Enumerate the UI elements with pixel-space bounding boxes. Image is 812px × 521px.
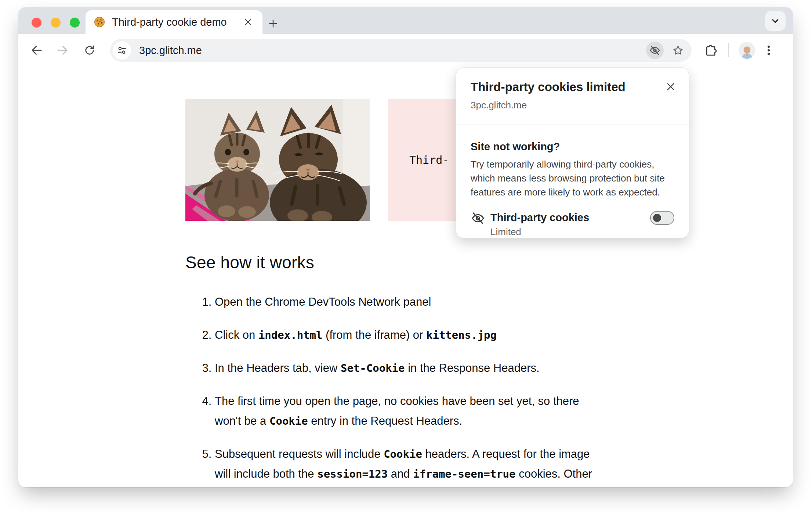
list-item: In the Headers tab, view Set-Cookie in t… xyxy=(215,358,597,378)
third-party-cookies-popup: Third-party cookies limited 3pc.glitch.m… xyxy=(456,67,689,238)
avatar-image xyxy=(739,42,755,59)
toolbar: 3pc.glitch.me xyxy=(18,34,793,67)
back-arrow-icon xyxy=(30,44,43,57)
tab-search-button[interactable] xyxy=(765,11,786,31)
page-title: See how it works xyxy=(185,252,793,272)
third-party-cookies-toggle[interactable] xyxy=(650,211,674,225)
back-button[interactable] xyxy=(29,43,44,58)
tab-title: Third-party cookie demo xyxy=(112,16,242,28)
chrome-menu-button[interactable] xyxy=(761,43,776,58)
star-icon xyxy=(672,44,684,56)
url-text[interactable]: 3pc.glitch.me xyxy=(139,44,646,57)
howto-list: Open the Chrome DevTools Network panelCl… xyxy=(185,292,597,487)
list-text: Subsequent requests will include xyxy=(215,448,384,460)
toggle-knob xyxy=(653,214,661,222)
chevron-down-icon xyxy=(770,15,781,26)
close-window-button[interactable] xyxy=(32,18,41,28)
list-item: The first time you open the page, no coo… xyxy=(215,391,597,431)
list-item: Subsequent requests will include Cookie … xyxy=(215,444,597,487)
setting-status: Limited xyxy=(490,226,589,238)
reload-icon xyxy=(83,44,96,57)
kittens-image xyxy=(185,99,370,221)
inline-code: iframe-seen=true xyxy=(413,468,515,480)
bookmark-button[interactable] xyxy=(670,43,686,58)
popup-section: Site not working? Try temporarily allowi… xyxy=(456,125,689,199)
popup-close-button[interactable] xyxy=(663,79,679,95)
forward-arrow-icon xyxy=(56,44,69,57)
list-text: and xyxy=(388,467,413,480)
list-item: Click on index.html (from the iframe) or… xyxy=(215,325,597,345)
popup-subheading: Site not working? xyxy=(471,141,674,153)
puzzle-icon xyxy=(704,44,717,57)
extensions-button[interactable] xyxy=(703,43,718,58)
three-dot-icon xyxy=(762,44,775,57)
cookies-setting-row: Third-party cookies Limited xyxy=(456,210,689,238)
reload-button[interactable] xyxy=(82,43,97,58)
list-text: In the Headers tab, view xyxy=(215,362,341,374)
popup-title: Third-party cookies limited xyxy=(471,80,674,94)
third-party-cookies-blocked-button[interactable] xyxy=(646,42,664,59)
new-tab-button[interactable] xyxy=(265,15,281,32)
list-text: Open the Chrome DevTools Network panel xyxy=(215,295,431,308)
tab-strip: Third-party cookie demo xyxy=(18,7,793,34)
eye-crossed-icon xyxy=(471,211,485,226)
toolbar-divider xyxy=(728,43,729,57)
active-tab[interactable]: Third-party cookie demo xyxy=(86,10,262,34)
inline-code: Cookie xyxy=(269,415,308,427)
popup-body-text: Try temporarily allowing third-party coo… xyxy=(471,157,674,199)
address-bar[interactable]: 3pc.glitch.me xyxy=(110,39,692,62)
inline-code: kittens.jpg xyxy=(426,329,497,341)
cookie-favicon xyxy=(94,16,105,28)
close-icon xyxy=(665,81,676,92)
inline-code: Cookie xyxy=(384,448,422,460)
list-item: Open the Chrome DevTools Network panel xyxy=(215,292,597,312)
macos-traffic-lights xyxy=(32,18,80,28)
site-settings-button[interactable] xyxy=(113,41,131,60)
tune-icon xyxy=(116,45,127,56)
profile-avatar[interactable] xyxy=(739,42,755,59)
minimize-window-button[interactable] xyxy=(51,18,61,28)
setting-label: Third-party cookies xyxy=(490,210,589,225)
list-text: entry in the Request Headers. xyxy=(308,414,462,427)
inline-code: index.html xyxy=(258,329,323,341)
list-text: Click on xyxy=(215,328,258,341)
iframe-text: Third- xyxy=(409,154,449,166)
popup-origin: 3pc.glitch.me xyxy=(471,100,674,111)
eye-crossed-icon xyxy=(649,44,661,56)
close-tab-button[interactable] xyxy=(242,16,254,28)
inline-code: session=123 xyxy=(317,468,388,480)
list-text: in the Response Headers. xyxy=(405,362,540,374)
fullscreen-window-button[interactable] xyxy=(70,18,80,28)
setting-texts: Third-party cookies Limited xyxy=(490,210,589,238)
list-text: (from the iframe) or xyxy=(322,328,426,341)
forward-button[interactable] xyxy=(55,43,70,58)
popup-header: Third-party cookies limited 3pc.glitch.m… xyxy=(456,68,689,111)
inline-code: Set-Cookie xyxy=(341,362,405,374)
